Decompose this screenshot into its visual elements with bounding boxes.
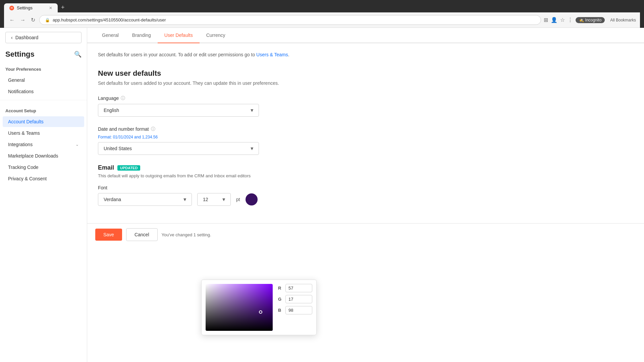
sidebar-item-privacy-consent[interactable]: Privacy & Consent — [3, 173, 84, 184]
save-button[interactable]: Save — [95, 229, 122, 241]
date-format-info-icon[interactable]: ⓘ — [151, 126, 155, 132]
account-setup-label: Account Setup — [0, 103, 87, 116]
email-label-row: Email UPDATED — [98, 164, 378, 171]
users-teams-link[interactable]: Users & Teams — [256, 52, 288, 57]
color-swatch-button[interactable] — [246, 193, 258, 205]
color-g-label: G — [278, 297, 283, 302]
sidebar-item-users-teams[interactable]: Users & Teams — [3, 128, 84, 138]
color-r-row: R — [278, 284, 312, 292]
section-subtitle: Set defaults for users added to your acc… — [98, 80, 378, 86]
color-gradient — [206, 284, 273, 331]
sidebar-item-integrations[interactable]: Integrations ⌄ — [3, 139, 84, 150]
tab-close-icon[interactable]: ✕ — [49, 6, 52, 10]
tab-general[interactable]: General — [95, 28, 125, 43]
email-label: Email — [98, 164, 114, 171]
updated-badge: UPDATED — [117, 165, 140, 171]
color-picker-popup: R G B — [201, 280, 317, 335]
sidebar: ‹ Dashboard Settings 🔍 Your Preferences … — [0, 28, 87, 362]
content-area: Set defaults for users in your account. … — [87, 43, 389, 223]
sidebar-item-marketplace-downloads[interactable]: Marketplace Downloads — [3, 150, 84, 161]
forward-button[interactable]: → — [19, 16, 27, 24]
tab-user-defaults[interactable]: User Defaults — [158, 28, 200, 43]
language-field-group: Language ⓘ English Spanish French German… — [98, 95, 378, 117]
font-select[interactable]: Verdana Arial Times New Roman Georgia — [98, 193, 192, 206]
language-label: Language ⓘ — [98, 95, 378, 101]
color-dark-overlay — [206, 284, 273, 331]
changed-text: You've changed 1 setting. — [162, 232, 211, 237]
bookmarks-label: All Bookmarks — [610, 18, 636, 22]
color-b-row: B — [278, 306, 312, 314]
sidebar-title: Settings 🔍 — [0, 47, 87, 61]
bookmark-icon[interactable]: ☆ — [560, 17, 565, 23]
font-dropdown-wrapper: Verdana Arial Times New Roman Georgia ▼ — [98, 193, 192, 206]
language-info-icon[interactable]: ⓘ — [121, 95, 125, 101]
lock-icon: 🔒 — [45, 18, 50, 22]
color-b-input[interactable] — [285, 306, 312, 314]
date-format-field-group: Date and number format ⓘ Format: 01/31/2… — [98, 126, 378, 155]
section-title: New user defaults — [98, 69, 378, 78]
color-fields: R G B — [278, 284, 312, 314]
color-picker-dot[interactable] — [259, 310, 262, 314]
bottom-bar: Save Cancel You've changed 1 setting. — [87, 223, 644, 246]
color-g-input[interactable] — [285, 295, 312, 303]
chevron-left-icon: ‹ — [11, 35, 13, 40]
sidebar-item-account-defaults[interactable]: Account Defaults — [3, 116, 84, 127]
font-size-select[interactable]: 10 11 12 14 16 — [197, 193, 231, 206]
more-icon[interactable]: ⋮ — [568, 17, 573, 23]
sidebar-item-tracking-code[interactable]: Tracking Code — [3, 162, 84, 173]
email-description: This default will apply to outgoing emai… — [98, 173, 378, 178]
tabs-bar: General Branding User Defaults Currency — [87, 28, 644, 43]
font-size-dropdown-wrapper: 10 11 12 14 16 ▼ — [197, 193, 231, 206]
tab-label: Settings — [17, 5, 33, 10]
address-bar[interactable]: 🔒 app.hubspot.com/settings/45105500/acco… — [39, 15, 541, 25]
language-select[interactable]: English Spanish French German — [98, 104, 259, 117]
incognito-icon: 🕵 — [579, 18, 584, 22]
pt-label: pt — [236, 197, 240, 202]
font-label: Font — [98, 185, 378, 190]
incognito-label: Incognito — [585, 18, 602, 22]
active-tab[interactable]: H Settings ✕ — [4, 3, 58, 12]
sidebar-item-general[interactable]: General — [3, 75, 84, 85]
tab-branding[interactable]: Branding — [125, 28, 158, 43]
your-preferences-label: Your Preferences — [0, 61, 87, 74]
font-field-group: Font Verdana Arial Times New Roman Georg… — [98, 185, 378, 206]
email-section: Email UPDATED This default will apply to… — [98, 164, 378, 206]
date-format-dropdown-wrapper: United States United Kingdom Europe ▼ — [98, 142, 259, 155]
color-r-input[interactable] — [285, 284, 312, 292]
search-button[interactable]: 🔍 — [74, 51, 82, 58]
dashboard-label: Dashboard — [15, 35, 39, 40]
tab-currency[interactable]: Currency — [200, 28, 232, 43]
extensions-icon[interactable]: ⊞ — [544, 17, 548, 23]
expand-icon: ⌄ — [75, 142, 79, 147]
main-content: General Branding User Defaults Currency … — [87, 28, 644, 362]
date-format-select[interactable]: United States United Kingdom Europe — [98, 142, 259, 155]
color-r-label: R — [278, 286, 283, 291]
refresh-button[interactable]: ↻ — [30, 15, 37, 24]
sidebar-item-notifications[interactable]: Notifications — [3, 86, 84, 97]
back-button[interactable]: ← — [8, 16, 16, 24]
date-format-hint: Format: 01/31/2024 and 1,234.56 — [98, 135, 378, 139]
page-description: Set defaults for users in your account. … — [98, 51, 378, 58]
color-canvas[interactable] — [206, 284, 273, 331]
profile-icon[interactable]: 👤 — [551, 17, 557, 23]
color-b-label: B — [278, 308, 283, 313]
date-format-label: Date and number format ⓘ — [98, 126, 378, 132]
new-tab-button[interactable]: + — [58, 3, 67, 12]
dashboard-button[interactable]: ‹ Dashboard — [5, 32, 82, 43]
tab-favicon: H — [9, 6, 14, 10]
url-text: app.hubspot.com/settings/45105500/accoun… — [53, 17, 166, 22]
cancel-button[interactable]: Cancel — [126, 228, 158, 241]
language-dropdown-wrapper: English Spanish French German ▼ — [98, 104, 259, 117]
font-row: Verdana Arial Times New Roman Georgia ▼ … — [98, 193, 378, 206]
incognito-badge: 🕵 Incognito — [576, 17, 605, 23]
color-g-row: G — [278, 295, 312, 303]
